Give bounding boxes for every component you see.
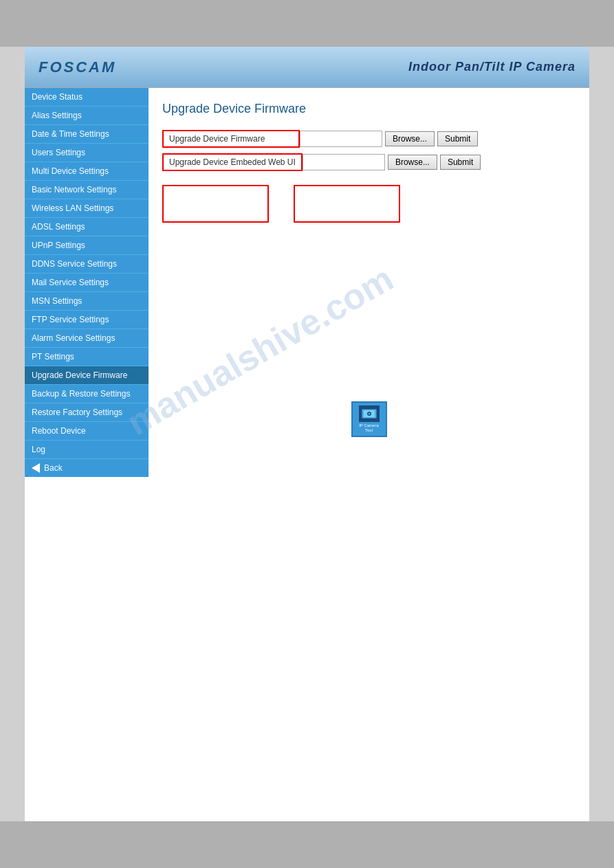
ip-camera-tool-icon[interactable]: IP CameraTool (351, 401, 387, 437)
layout: Device Status Alias Settings Date & Time… (25, 88, 589, 477)
sidebar-item-users-settings[interactable]: Users Settings (25, 144, 149, 162)
sidebar-item-alias-settings[interactable]: Alias Settings (25, 107, 149, 125)
sidebar-item-wireless-lan[interactable]: Wireless LAN Settings (25, 199, 149, 218)
svg-point-3 (368, 412, 370, 414)
tool-icon-label: IP CameraTool (359, 423, 379, 433)
camera-title: Indoor Pan/Tilt IP Camera (408, 60, 575, 74)
browse-webui-button[interactable]: Browse... (388, 155, 437, 170)
back-arrow-icon (32, 463, 40, 473)
annotation-area (162, 185, 575, 223)
annotation-box-2 (294, 185, 400, 223)
upgrade-firmware-input[interactable] (300, 131, 382, 147)
upgrade-section: Upgrade Device Firmware Browse... Submit… (162, 130, 575, 171)
annotation-box-1 (162, 185, 269, 223)
camera-header: FOSCAM Indoor Pan/Tilt IP Camera (25, 47, 589, 88)
upgrade-firmware-label: Upgrade Device Firmware (162, 130, 300, 148)
upgrade-row-firmware: Upgrade Device Firmware Browse... Submit (162, 130, 575, 148)
sidebar-item-date-time[interactable]: Date & Time Settings (25, 125, 149, 144)
page-title: Upgrade Device Firmware (162, 102, 575, 116)
submit-webui-button[interactable]: Submit (440, 155, 481, 170)
upgrade-webui-label: Upgrade Device Embeded Web UI (162, 153, 303, 171)
sidebar-item-basic-network[interactable]: Basic Network Settings (25, 181, 149, 199)
top-bar (0, 0, 614, 47)
main-panel: Upgrade Device Firmware Upgrade Device F… (149, 88, 589, 465)
sidebar-item-upnp[interactable]: UPnP Settings (25, 236, 149, 255)
back-label: Back (44, 463, 63, 473)
tool-icon-img (359, 405, 380, 422)
upgrade-webui-input[interactable] (303, 154, 385, 170)
foscam-logo: FOSCAM (39, 58, 116, 76)
sidebar-item-pt[interactable]: PT Settings (25, 348, 149, 366)
browse-firmware-button[interactable]: Browse... (385, 131, 435, 146)
sidebar-item-device-status[interactable]: Device Status (25, 88, 149, 107)
sidebar-item-reboot[interactable]: Reboot Device (25, 422, 149, 441)
sidebar-item-backup-restore[interactable]: Backup & Restore Settings (25, 385, 149, 403)
tool-icon-area: IP CameraTool (162, 401, 575, 437)
sidebar-item-msn[interactable]: MSN Settings (25, 292, 149, 311)
sidebar-item-restore-factory[interactable]: Restore Factory Settings (25, 403, 149, 422)
sidebar-item-upgrade-firmware[interactable]: Upgrade Device Firmware (25, 366, 149, 385)
sidebar-item-adsl[interactable]: ADSL Settings (25, 218, 149, 236)
sidebar-item-log[interactable]: Log (25, 441, 149, 459)
sidebar: Device Status Alias Settings Date & Time… (25, 88, 149, 477)
sidebar-item-mail[interactable]: Mail Service Settings (25, 274, 149, 292)
sidebar-back[interactable]: Back (25, 459, 149, 477)
submit-firmware-button[interactable]: Submit (437, 131, 478, 146)
sidebar-item-multi-device[interactable]: Multi Device Settings (25, 162, 149, 181)
sidebar-item-alarm[interactable]: Alarm Service Settings (25, 329, 149, 348)
sidebar-item-ddns[interactable]: DDNS Service Settings (25, 255, 149, 274)
upgrade-row-webui: Upgrade Device Embeded Web UI Browse... … (162, 153, 575, 171)
sidebar-item-ftp[interactable]: FTP Service Settings (25, 311, 149, 329)
bottom-bar (0, 821, 614, 868)
